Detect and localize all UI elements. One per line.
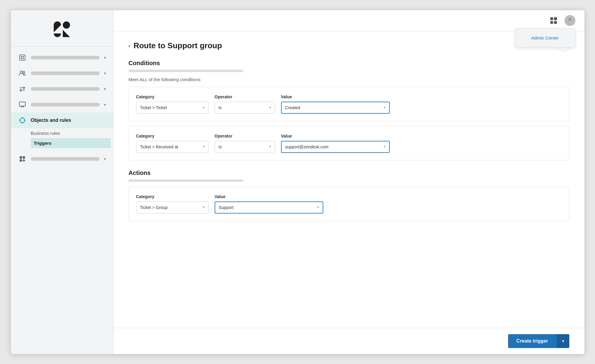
condition-card-1: Category Ticket > Ticket ▾ Operator Is ▾ — [129, 87, 569, 121]
top-bar-right — [548, 14, 575, 27]
arrows-icon — [18, 85, 27, 93]
condition-1-operator-value: Is — [219, 105, 222, 110]
sidebar-item-workspace[interactable]: ▾ — [11, 97, 113, 112]
action-1-value-group: Value Support ▾ — [215, 194, 323, 214]
page-content: ‹ Route to Support group ••• Conditions … — [114, 31, 584, 328]
svg-rect-1 — [21, 56, 22, 57]
conditions-subtitle: Meet ALL of the following conditions — [129, 77, 569, 82]
svg-point-6 — [23, 71, 25, 73]
user-avatar[interactable] — [565, 15, 575, 26]
condition-1-value-group: Value Created ▾ — [281, 94, 390, 114]
create-trigger-dropdown-button[interactable]: ▾ — [557, 334, 569, 348]
sidebar: ▾ ▾ ▾ — [11, 10, 114, 354]
condition-2-value-value: support@zendesk.com — [285, 144, 328, 149]
admin-center-dropdown: Admin Center — [515, 28, 575, 47]
sidebar-subnav: Business rules Triggers — [11, 128, 113, 148]
sidebar-item-objects-label: Objects and rules — [31, 118, 71, 123]
condition-2-value-select[interactable]: support@zendesk.com ▾ — [281, 141, 390, 153]
svg-rect-14 — [20, 156, 22, 159]
svg-point-9 — [23, 106, 24, 107]
svg-rect-15 — [23, 156, 25, 159]
page-header: ‹ Route to Support group ••• — [129, 40, 569, 51]
chevron-down-icon: ▾ — [269, 145, 271, 149]
condition-2-category-group: Category Ticket > Received at ▾ — [136, 134, 209, 153]
page-title: Route to Support group — [133, 41, 222, 50]
grid-menu-button[interactable] — [548, 14, 560, 27]
chevron-down-icon: ▾ — [317, 205, 319, 209]
condition-2-category-select[interactable]: Ticket > Received at ▾ — [136, 141, 209, 153]
sidebar-item-people[interactable]: ▾ — [11, 65, 113, 81]
grid-icon — [550, 17, 557, 24]
condition-2-value-label: Value — [281, 134, 390, 138]
action-row-1: Category Ticket > Group ▾ Value Support … — [136, 194, 562, 214]
top-bar: Admin Center — [114, 10, 584, 31]
condition-2-operator-group: Operator Is ▾ — [215, 134, 275, 153]
svg-rect-16 — [20, 159, 22, 162]
zendesk-logo — [50, 21, 74, 39]
condition-1-category-select[interactable]: Ticket > Ticket ▾ — [136, 102, 209, 114]
sidebar-item-account[interactable]: ▾ — [11, 50, 113, 65]
svg-rect-0 — [20, 55, 25, 60]
sidebar-item-objects[interactable]: Objects and rules — [11, 112, 113, 128]
sidebar-label-bar — [31, 71, 100, 75]
grid-cell — [550, 17, 553, 20]
action-1-category-label: Category — [136, 194, 209, 199]
sidebar-item-triggers[interactable]: Triggers — [31, 138, 111, 148]
chevron-down-icon: ▾ — [203, 145, 205, 149]
sidebar-item-business-rules[interactable]: Business rules — [31, 128, 113, 138]
sidebar-item-apps[interactable]: ▾ — [11, 151, 113, 167]
condition-2-category-label: Category — [136, 134, 209, 138]
chevron-down-icon: ▾ — [384, 145, 385, 149]
action-1-value-value: Support — [219, 205, 234, 210]
back-arrow-icon[interactable]: ‹ — [129, 42, 131, 49]
chevron-down-icon: ▾ — [104, 157, 106, 161]
sidebar-label-bar — [31, 87, 100, 91]
grid-cell — [550, 21, 553, 24]
svg-rect-2 — [23, 56, 24, 57]
action-1-value-label: Value — [215, 194, 323, 199]
actions-section: Actions Category Ticket > Group ▾ — [129, 169, 569, 221]
condition-2-operator-select[interactable]: Is ▾ — [215, 141, 275, 153]
condition-2-operator-value: Is — [219, 144, 222, 149]
admin-center-link[interactable]: Admin Center — [515, 32, 575, 44]
condition-row-2: Category Ticket > Received at ▾ Operator… — [136, 134, 562, 153]
sidebar-divider — [11, 46, 113, 47]
svg-point-5 — [20, 71, 23, 73]
action-1-category-value: Ticket > Group — [140, 205, 168, 210]
sidebar-label-bar — [31, 103, 100, 106]
building-icon — [18, 53, 27, 62]
chevron-down-icon: ▾ — [104, 87, 106, 91]
chevron-down-icon: ▾ — [104, 55, 106, 60]
svg-rect-4 — [23, 58, 24, 59]
chevron-down-icon: ▾ — [384, 106, 385, 109]
svg-rect-3 — [21, 58, 22, 59]
svg-point-13 — [19, 119, 21, 121]
action-1-category-select[interactable]: Ticket > Group ▾ — [136, 201, 209, 214]
sidebar-item-channels[interactable]: ▾ — [11, 81, 113, 97]
condition-2-category-value: Ticket > Received at — [140, 144, 178, 149]
chevron-down-icon: ▾ — [203, 205, 205, 209]
chevron-down-icon: ▾ — [104, 71, 106, 76]
svg-point-8 — [21, 106, 22, 107]
svg-point-12 — [21, 122, 23, 123]
chevron-down-icon: ▾ — [203, 106, 205, 109]
condition-1-category-group: Category Ticket > Ticket ▾ — [136, 94, 209, 114]
condition-1-operator-select[interactable]: Is ▾ — [215, 102, 275, 114]
sidebar-label-bar — [31, 157, 100, 161]
logo-area — [11, 13, 113, 46]
apps-icon — [18, 155, 27, 163]
actions-bar — [129, 179, 243, 182]
chevron-down-icon: ▾ — [269, 106, 271, 109]
condition-1-category-value: Ticket > Ticket — [140, 105, 167, 110]
create-trigger-button[interactable]: Create trigger — [508, 334, 557, 348]
conditions-section: Conditions Meet ALL of the following con… — [129, 60, 569, 160]
conditions-title: Conditions — [129, 60, 569, 67]
people-icon — [18, 69, 27, 78]
condition-1-category-label: Category — [136, 94, 209, 99]
action-1-value-select[interactable]: Support ▾ — [215, 201, 323, 214]
chevron-down-icon: ▾ — [104, 102, 106, 107]
grid-cell — [554, 17, 557, 20]
sidebar-nav: ▾ ▾ ▾ — [11, 50, 113, 354]
condition-1-value-select[interactable]: Created ▾ — [281, 102, 390, 114]
page-header-left: ‹ Route to Support group — [129, 41, 222, 50]
